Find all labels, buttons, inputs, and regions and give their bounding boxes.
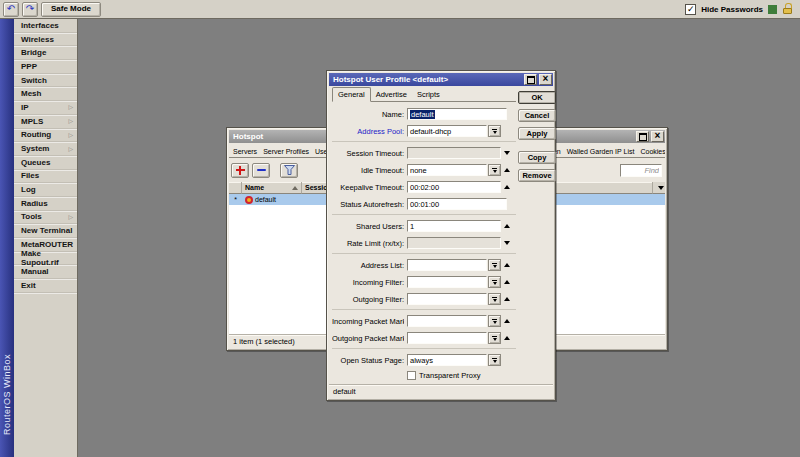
open-status-page-input[interactable]: always [407,354,487,366]
idle-timeout-dropdown-button[interactable] [488,164,501,176]
add-button[interactable] [231,163,249,178]
transparent-proxy-checkbox[interactable] [407,371,416,380]
sidebar-item-label: PPP [21,62,37,71]
outgoing-packet-mark-collapse-arrow-icon[interactable] [504,336,510,340]
hide-passwords-checkbox[interactable]: ✓ [685,4,696,15]
dropdown-bar-icon [492,280,497,281]
incoming-filter-collapse-arrow-icon[interactable] [504,280,510,284]
close-button[interactable]: × [539,74,552,85]
rate-limit-rx-tx-expand-arrow-icon[interactable] [504,241,510,245]
address-list-dropdown-button[interactable] [488,259,501,271]
cancel-button[interactable]: Cancel [518,109,556,122]
dropdown-triangle-icon [493,170,497,173]
undo-button[interactable]: ↶ [3,2,19,17]
address-list-collapse-arrow-icon[interactable] [504,263,510,267]
keepalive-timeout-input[interactable]: 00:02:00 [407,181,501,193]
tab-cookies[interactable]: Cookies [637,146,665,157]
sidebar-item-ip[interactable]: IP▷ [14,101,77,115]
sidebar-item-label: Make Supout.rif [21,249,73,267]
sidebar-item-system[interactable]: System▷ [14,142,77,156]
column-header-label: Name [245,184,264,191]
address-list-input[interactable] [407,259,487,271]
idle-timeout-input[interactable]: none [407,164,487,176]
status-autorefresh-input[interactable]: 00:01:00 [407,198,507,210]
sidebar-item-ppp[interactable]: PPP [14,60,77,74]
sidebar-item-make-supout-rif[interactable]: Make Supout.rif [14,252,77,266]
session-timeout-expand-arrow-icon[interactable] [504,151,510,155]
maximize-button[interactable] [636,131,649,142]
selected-text: default [410,110,435,119]
sidebar-item-mesh[interactable]: Mesh [14,87,77,101]
shared-users-collapse-arrow-icon[interactable] [504,224,510,228]
ok-button[interactable]: OK [518,91,556,104]
incoming-packet-mark-collapse-arrow-icon[interactable] [504,319,510,323]
dropdown-bar-icon [492,319,497,320]
tab-server-profiles[interactable]: Server Profiles [260,146,312,157]
sidebar-item-bridge[interactable]: Bridge [14,46,77,60]
incoming-filter-dropdown-button[interactable] [488,276,501,288]
incoming-packet-mark-input[interactable] [407,315,487,327]
sidebar-item-interfaces[interactable]: Interfaces [14,19,77,33]
sort-arrow-icon [292,186,298,190]
outgoing-packet-mark-dropdown-button[interactable] [488,332,501,344]
apply-button[interactable]: Apply [518,127,556,140]
sidebar-item-exit[interactable]: Exit [14,279,77,293]
address-pool-dropdown-button[interactable] [488,125,501,137]
incoming-packet-mark-dropdown-button[interactable] [488,315,501,327]
name-input[interactable]: default [407,108,507,120]
chevron-down-icon [658,186,664,190]
filter-button[interactable] [280,163,298,178]
field-group: Address List:Incoming Filter:Outgoing Fi… [332,259,516,310]
rate-limit-rx-tx-input [407,237,501,249]
sidebar-item-queues[interactable]: Queues [14,156,77,170]
remove-button[interactable]: Remove [518,169,556,182]
idle-timeout-collapse-arrow-icon[interactable] [504,168,510,172]
dropdown-bar-icon [492,168,497,169]
field-row-keepalive-timeout: Keepalive Timeout:00:02:00 [332,181,516,193]
sidebar-item-switch[interactable]: Switch [14,74,77,88]
sidebar-item-mpls[interactable]: MPLS▷ [14,115,77,129]
tab-scripts[interactable]: Scripts [412,88,445,101]
shared-users-input[interactable]: 1 [407,220,501,232]
sidebar-item-radius[interactable]: Radius [14,197,77,211]
find-input[interactable] [620,164,662,177]
redo-button[interactable]: ↷ [22,2,38,17]
tab-general[interactable]: General [332,87,371,102]
dialog-titlebar[interactable]: Hotspot User Profile <default> × [329,73,553,86]
outgoing-filter-input[interactable] [407,293,487,305]
remove-button[interactable] [252,163,270,178]
dropdown-bar-icon [492,129,497,130]
field-row-outgoing-packet-mark: Outgoing Packet Mark: [332,332,516,344]
sidebar-item-files[interactable]: Files [14,170,77,184]
outgoing-packet-mark-input[interactable] [407,332,487,344]
safe-mode-button[interactable]: Safe Mode [41,2,101,17]
dropdown-triangle-icon [493,321,497,324]
outgoing-filter-dropdown-button[interactable] [488,293,501,305]
sidebar-item-tools[interactable]: Tools▷ [14,211,77,225]
incoming-filter-input[interactable] [407,276,487,288]
sidebar-item-manual[interactable]: Manual [14,265,77,279]
field-row-incoming-packet-mark: Incoming Packet Mark: [332,315,516,327]
tab-walled-garden-ip-list[interactable]: Walled Garden IP List [564,146,638,157]
idle-timeout-label: Idle Timeout: [332,166,404,175]
address-pool-input[interactable]: default-dhcp [407,125,487,137]
sidebar-item-log[interactable]: Log [14,183,77,197]
close-icon: × [543,74,549,84]
maximize-button[interactable] [524,74,537,85]
keepalive-timeout-collapse-arrow-icon[interactable] [504,185,510,189]
sidebar-item-wireless[interactable]: Wireless [14,33,77,47]
dropdown-triangle-icon [493,338,497,341]
tab-servers[interactable]: Servers [230,146,260,157]
dialog-window-controls: × [524,74,552,85]
outgoing-filter-collapse-arrow-icon[interactable] [504,297,510,301]
open-status-page-dropdown-button[interactable] [488,354,501,366]
column-select-button[interactable] [652,182,665,194]
sidebar-item-new-terminal[interactable]: New Terminal [14,224,77,238]
add-icon [236,166,245,175]
column-header-name[interactable]: Name [242,182,302,194]
copy-button[interactable]: Copy [518,151,556,164]
sidebar-item-routing[interactable]: Routing▷ [14,129,77,143]
row-flag: * [229,196,242,203]
tab-advertise[interactable]: Advertise [371,88,412,101]
close-button[interactable]: × [651,131,664,142]
